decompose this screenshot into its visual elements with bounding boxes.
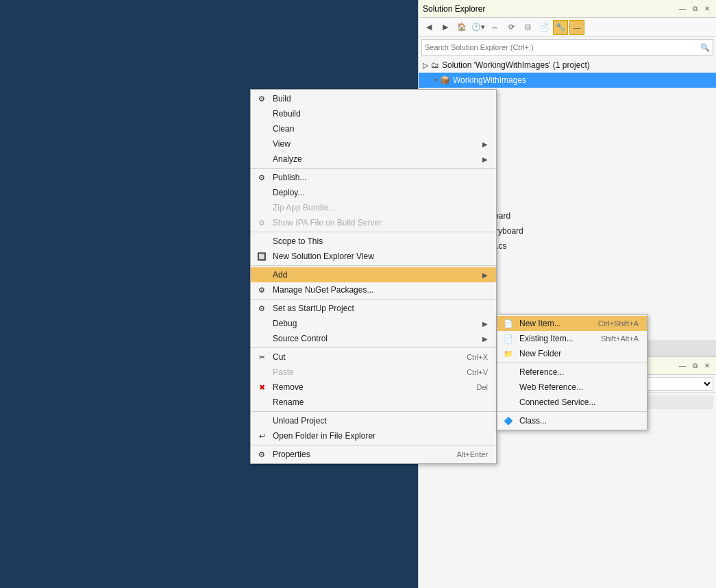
sep1 [251,168,496,169]
cm-cut-label: Cut [273,352,286,362]
cm-view-label: View [273,139,291,149]
prop-close-button[interactable]: ✕ [702,361,712,371]
existing-item-shortcut: Shift+Alt+A [601,334,639,343]
home-button[interactable]: 🏠 [454,20,469,35]
pin-button[interactable]: — [678,4,687,14]
back-button[interactable]: ◀ [421,20,436,35]
cm-set-startup[interactable]: ⚙ Set as StartUp Project [251,301,496,316]
sep6 [251,411,496,412]
titlebar-buttons: — ⧉ ✕ [678,4,712,14]
cm-build[interactable]: ⚙ Build [251,91,496,106]
cm-build-label: Build [273,94,291,103]
cm-debug[interactable]: Debug ▶ [251,316,496,331]
cm-rebuild-label: Rebuild [273,109,301,119]
cm-new-folder-label: New Folder [519,349,561,358]
cm-class[interactable]: 🔷 Class... [497,413,647,428]
cm-connected-service[interactable]: Connected Service... [497,395,647,410]
cm-clean-label: Clean [273,124,294,134]
project-label: WorkingWithImages [453,75,526,85]
new-solution-view-icon: 🔲 [255,252,269,261]
cm-view[interactable]: View ▶ [251,136,496,151]
forward-button[interactable]: ▶ [438,20,453,35]
cm-paste-label: Paste [273,367,294,377]
collapse-all-button[interactable]: ⊟ [520,20,535,35]
project-arrow: ▼ [432,77,439,84]
sep2 [251,232,496,232]
solution-file-icon: 🗂 [431,60,439,70]
search-icon: 🔍 [698,43,713,52]
cm-add-label: Add [273,270,287,280]
close-button[interactable]: ✕ [702,4,712,14]
properties-shortcut: Alt+Enter [456,450,488,458]
cm-deploy[interactable]: Deploy... [251,185,496,200]
cm-new-item-label: New Item... [519,319,561,328]
cm-unload-label: Unload Project [273,416,327,426]
properties-titlebar-buttons: — ⧉ ✕ [678,361,712,371]
search-input[interactable] [422,43,698,51]
cm-analyze-label: Analyze [273,154,302,164]
cut-shortcut: Ctrl+X [467,353,488,361]
debug-arrow-icon: ▶ [482,320,488,328]
cm-zip-label: Zip App Bundle... [273,203,335,212]
active-button[interactable]: — [569,20,584,35]
cm-new-folder[interactable]: 📁 New Folder [497,346,647,361]
project-item[interactable]: ▼ 📦 WorkingWithImages [419,73,716,88]
add-sep1 [497,363,647,363]
sep7 [251,445,496,445]
paste-shortcut: Ctrl+V [467,368,488,376]
cm-scope-label: Scope to This [273,236,323,246]
cm-new-item[interactable]: 📄 New Item... Ctrl+Shift+A [497,316,647,331]
history-dropdown-button[interactable]: 🕐▾ [471,20,486,35]
cm-existing-item[interactable]: 📄 Existing Item... Shift+Alt+A [497,331,647,346]
cm-reference[interactable]: Reference... [497,365,647,380]
tree-root[interactable]: ▷ 🗂 Solution 'WorkingWithImages' (1 proj… [419,58,716,73]
cm-rebuild[interactable]: Rebuild [251,106,496,121]
context-menu-main: ⚙ Build Rebuild Clean View ▶ Analyze ▶ ⚙… [250,89,497,464]
cm-web-reference[interactable]: Web Reference... [497,380,647,395]
cm-cut[interactable]: ✂ Cut Ctrl+X [251,350,496,365]
cm-reference-label: Reference... [519,367,564,377]
cm-add[interactable]: Add ▶ [251,267,496,282]
cm-class-label: Class... [519,416,547,426]
cm-debug-label: Debug [273,319,297,328]
cm-deploy-label: Deploy... [273,188,304,197]
remove-shortcut: Del [476,383,488,391]
prop-float-button[interactable]: ⧉ [690,361,700,371]
refresh-button[interactable]: ⟳ [504,20,519,35]
properties-toolbar-button[interactable]: 🔧 [553,20,568,35]
float-button[interactable]: ⧉ [690,4,700,14]
cm-new-solution-view[interactable]: 🔲 New Solution Explorer View [251,249,496,264]
cm-publish[interactable]: ⚙ Publish... [251,170,496,185]
cm-remove[interactable]: ✖ Remove Del [251,380,496,395]
project-icon: 📦 [440,75,450,85]
cm-properties[interactable]: ⚙ Properties Alt+Enter [251,447,496,462]
sep5 [251,347,496,348]
cm-manage-nuget-label: Manage NuGet Packages... [273,285,373,295]
cm-clean[interactable]: Clean [251,121,496,136]
properties-icon: ⚙ [255,450,269,459]
source-control-arrow-icon: ▶ [482,335,488,343]
sync-button[interactable]: ↔ [487,20,502,35]
startup-icon: ⚙ [255,304,269,313]
add-sep2 [497,411,647,412]
new-item-icon: 📄 [502,319,515,328]
cm-unload[interactable]: Unload Project [251,413,496,428]
cm-scope[interactable]: Scope to This [251,234,496,249]
remove-icon: ✖ [255,383,269,392]
solution-icon: ▷ [423,61,428,70]
cut-icon: ✂ [255,353,269,362]
cm-rename[interactable]: Rename [251,395,496,410]
cm-analyze[interactable]: Analyze ▶ [251,151,496,167]
cm-source-control-label: Source Control [273,334,328,343]
cm-open-folder[interactable]: ↩ Open Folder in File Explorer [251,428,496,443]
show-ipa-icon: ⚙ [255,219,269,228]
prop-pin-button[interactable]: — [678,361,687,371]
show-files-button[interactable]: 📄 [536,20,552,35]
solution-explorer-search[interactable]: 🔍 [421,39,713,56]
cm-existing-item-label: Existing Item... [519,334,573,343]
cm-connected-service-label: Connected Service... [519,397,595,407]
cm-source-control[interactable]: Source Control ▶ [251,331,496,346]
cm-manage-nuget[interactable]: ⚙ Manage NuGet Packages... [251,282,496,297]
cm-new-solution-view-label: New Solution Explorer View [273,252,374,261]
cm-open-folder-label: Open Folder in File Explorer [273,431,375,441]
